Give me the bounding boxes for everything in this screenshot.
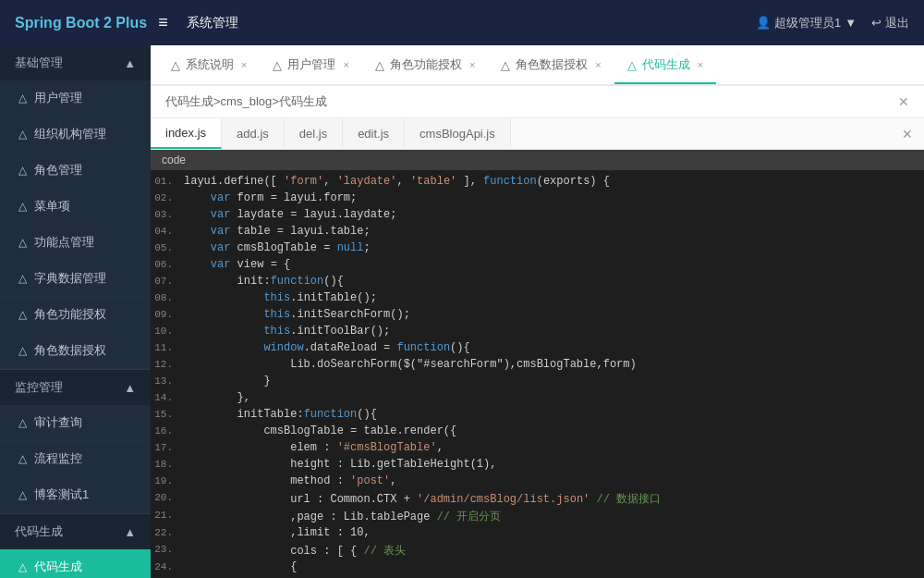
code-line: 17. elem : '#cmsBlogTable',: [151, 440, 924, 457]
code-panel-close-button[interactable]: ✕: [891, 119, 924, 149]
sidebar-item-flow-label: 流程监控: [34, 450, 82, 467]
tab-role-func[interactable]: △ 角色功能授权 ×: [362, 47, 488, 84]
code-file-tab-del[interactable]: del.js: [285, 119, 343, 148]
tab-system-intro[interactable]: △ 系统说明 ×: [158, 47, 260, 84]
code-line: 06. var view = {: [151, 257, 924, 274]
sidebar-item-org-mgmt-label: 组织机构管理: [34, 126, 106, 142]
breadcrumb-close-button[interactable]: ✕: [898, 94, 909, 109]
sidebar-item-dict[interactable]: △ 字典数据管理: [0, 261, 151, 297]
tab-role-func-close[interactable]: ×: [469, 59, 475, 70]
code-line: 10. this.initToolBar();: [151, 324, 924, 340]
line-content: this.initToolBar();: [184, 325, 924, 338]
sidebar-item-org-mgmt[interactable]: △ 组织机构管理: [0, 117, 151, 153]
sidebar: 基础管理 ▲ △ 用户管理 △ 组织机构管理 △ 角色管理 △ 菜单项 △ 功能…: [0, 45, 151, 578]
sidebar-item-blog-test-label: 博客测试1: [34, 486, 89, 503]
line-content: elem : '#cmsBlogTable',: [184, 441, 924, 454]
sidebar-group-basic[interactable]: 基础管理 ▲: [0, 45, 151, 80]
sidebar-item-blog-test[interactable]: △ 博客测试1: [0, 477, 151, 513]
code-line: 23. cols : [ { // 表头: [151, 542, 924, 560]
code-line: 18. height : Lib.getTableHeight(1),: [151, 457, 924, 473]
line-number: 06.: [151, 258, 184, 270]
logout-button[interactable]: ↩ 退出: [871, 15, 909, 31]
user-mgmt-icon: △: [18, 92, 27, 105]
tab-system-intro-icon: △: [171, 58, 180, 72]
code-file-tab-api[interactable]: cmsBlogApi.js: [405, 119, 511, 148]
line-content: window.dataReload = function(){: [184, 341, 924, 354]
sidebar-item-user-mgmt[interactable]: △ 用户管理: [0, 80, 151, 117]
line-number: 13.: [151, 375, 184, 387]
tab-system-intro-label: 系统说明: [186, 56, 234, 73]
sidebar-item-funcpoint[interactable]: △ 功能点管理: [0, 225, 151, 261]
sidebar-item-menu-label: 菜单项: [34, 198, 70, 215]
tab-codegen[interactable]: △ 代码生成 ×: [614, 47, 716, 84]
role-mgmt-icon: △: [18, 164, 27, 177]
sidebar-item-codegen[interactable]: △ 代码生成: [0, 549, 151, 578]
code-line: 12. Lib.doSearchForm($("#searchForm"),cm…: [151, 357, 924, 374]
tab-user-mgmt[interactable]: △ 用户管理 ×: [260, 47, 361, 84]
code-line: 08. this.initTable();: [151, 290, 924, 307]
sidebar-group-codegen-label: 代码生成: [15, 523, 63, 540]
tab-role-data-close[interactable]: ×: [595, 59, 601, 70]
line-number: 21.: [151, 509, 184, 521]
tab-role-func-label: 角色功能授权: [390, 56, 462, 73]
menu-toggle-icon[interactable]: ≡: [158, 13, 168, 32]
code-line: 04. var table = layui.table;: [151, 224, 924, 240]
line-number: 24.: [151, 560, 184, 572]
code-body[interactable]: 01.layui.define([ 'form', 'laydate', 'ta…: [151, 170, 924, 578]
code-line: 01.layui.define([ 'form', 'laydate', 'ta…: [151, 174, 924, 191]
breadcrumb-text: 代码生成>cms_blog>代码生成: [165, 93, 327, 110]
sidebar-item-flow[interactable]: △ 流程监控: [0, 441, 151, 477]
sidebar-item-dict-label: 字典数据管理: [34, 270, 106, 287]
sidebar-item-menu[interactable]: △ 菜单项: [0, 189, 151, 225]
tab-user-mgmt-icon: △: [273, 58, 282, 72]
code-file-tab-add[interactable]: add.js: [222, 119, 285, 148]
line-content: var laydate = layui.laydate;: [184, 208, 924, 221]
sidebar-group-monitor-arrow: ▲: [124, 381, 136, 395]
username: 超级管理员1: [774, 15, 841, 31]
line-number: 05.: [151, 241, 184, 253]
line-content: this.initSearchForm();: [184, 308, 924, 321]
sidebar-item-audit[interactable]: △ 审计查询: [0, 405, 151, 441]
line-content: var form = layui.form;: [184, 191, 924, 204]
line-number: 09.: [151, 308, 184, 320]
tab-codegen-close[interactable]: ×: [698, 59, 703, 70]
code-line: 15. initTable:function(){: [151, 407, 924, 424]
sidebar-item-role-func-label: 角色功能授权: [34, 306, 106, 323]
tab-user-mgmt-close[interactable]: ×: [343, 59, 348, 70]
line-content: cols : [ { // 表头: [184, 543, 924, 559]
sidebar-group-codegen[interactable]: 代码生成 ▲: [0, 513, 151, 549]
line-number: 12.: [151, 358, 184, 370]
sidebar-item-role-data[interactable]: △ 角色数据授权: [0, 333, 151, 369]
tab-user-mgmt-label: 用户管理: [287, 56, 335, 73]
line-content: var view = {: [184, 258, 924, 271]
code-line: 07. init:function(){: [151, 274, 924, 290]
line-content: initTable:function(){: [184, 408, 924, 421]
line-content: {: [184, 560, 924, 573]
sidebar-item-role-mgmt[interactable]: △ 角色管理: [0, 153, 151, 189]
header-right: 👤 超级管理员1 ▼ ↩ 退出: [756, 15, 909, 31]
line-number: 18.: [151, 458, 184, 470]
line-content: var cmsBlogTable = null;: [184, 241, 924, 254]
line-number: 03.: [151, 208, 184, 220]
line-content: Lib.doSearchForm($("#searchForm"),cmsBlo…: [184, 358, 924, 371]
user-info[interactable]: 👤 超级管理员1 ▼: [756, 15, 857, 31]
code-header: code: [151, 150, 924, 170]
line-number: 11.: [151, 341, 184, 353]
tab-system-intro-close[interactable]: ×: [241, 59, 247, 70]
sidebar-group-basic-label: 基础管理: [15, 55, 63, 71]
code-line: 16. cmsBlogTable = table.render({: [151, 424, 924, 440]
line-number: 08.: [151, 291, 184, 303]
line-number: 14.: [151, 391, 184, 403]
line-number: 17.: [151, 441, 184, 453]
code-line: 05. var cmsBlogTable = null;: [151, 240, 924, 257]
sidebar-item-role-mgmt-label: 角色管理: [34, 162, 82, 178]
sidebar-item-role-func[interactable]: △ 角色功能授权: [0, 297, 151, 333]
code-line: 09. this.initSearchForm();: [151, 307, 924, 324]
sidebar-item-funcpoint-label: 功能点管理: [34, 234, 94, 251]
tab-role-data[interactable]: △ 角色数据授权 ×: [488, 47, 614, 84]
code-file-tab-index[interactable]: index.js: [151, 118, 222, 149]
sidebar-group-monitor[interactable]: 监控管理 ▲: [0, 369, 151, 405]
code-file-tab-edit[interactable]: edit.js: [343, 119, 405, 148]
sidebar-group-codegen-arrow: ▲: [124, 525, 136, 539]
sidebar-group-monitor-label: 监控管理: [15, 379, 63, 396]
